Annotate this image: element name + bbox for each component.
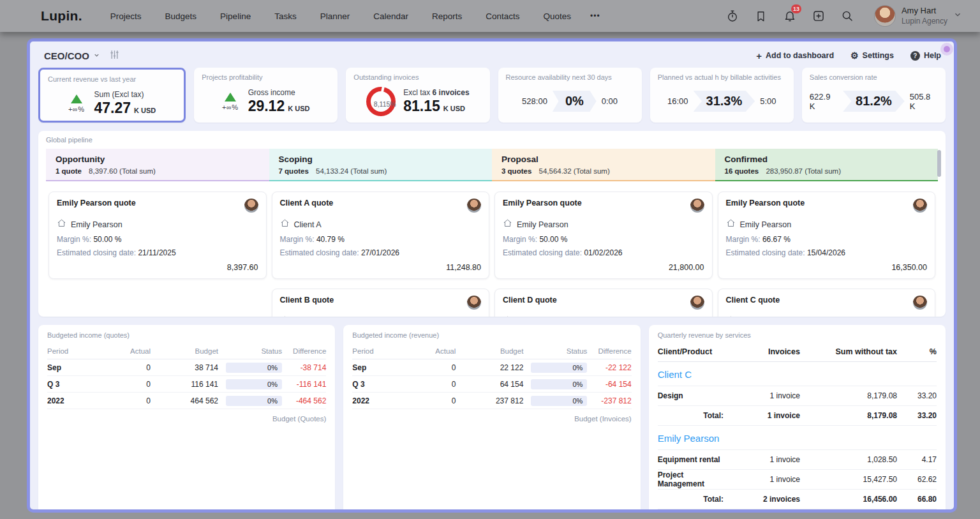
search-icon[interactable] [840, 9, 854, 23]
nav-item-pipeline[interactable]: Pipeline [220, 11, 251, 21]
stage-header-scoping[interactable]: Scoping 7 quotes 54,133.24 (Total sum) [269, 149, 493, 181]
nav-item-contacts[interactable]: Contacts [486, 11, 519, 21]
home-icon [280, 218, 290, 230]
quote-card[interactable]: Client C quote Client C [718, 289, 936, 317]
quick-add-icon[interactable] [812, 9, 826, 23]
table-header: Period Actual Budget Status Difference [352, 343, 631, 359]
dashboard-title: CEO/COO [44, 50, 89, 61]
pipeline-column-confirmed: Emily Pearson quote Emily Pearson Margin… [715, 192, 939, 317]
quote-amount: 16,350.00 [726, 263, 928, 272]
dashboard-panel: CEO/COO + Add to dashboard ⚙ Settings ? … [27, 38, 957, 513]
status-badge: 0% [531, 363, 587, 373]
user-avatar [874, 5, 896, 27]
client-link[interactable]: Client C [658, 362, 937, 386]
kpi-card-outstanding-invoices[interactable]: Outstanding invoices 8,115% Excl tax 6 i… [346, 68, 489, 123]
table-row[interactable]: Q 3 0 116 141 0% -116 141 [47, 376, 326, 393]
kpi-value: 81.15 [403, 98, 440, 115]
nav-item-projects[interactable]: Projects [110, 11, 142, 21]
nav-item-tasks[interactable]: Tasks [274, 11, 297, 21]
bookmark-icon[interactable] [754, 9, 768, 23]
avatar [913, 296, 927, 310]
client-link[interactable]: Emily Pearson [658, 426, 937, 450]
table-row[interactable]: 2022 0 464 562 0% -464 562 [47, 393, 326, 409]
kpi-value: 47.27 [94, 100, 131, 117]
kpi-card-projects-profitability[interactable]: Projects profitability +∞% Gross income … [194, 68, 338, 123]
nav-item-budgets[interactable]: Budgets [165, 11, 197, 21]
nav-item-calendar[interactable]: Calendar [373, 11, 408, 21]
pipeline-label: Global pipeline [46, 136, 938, 144]
dashboard-title-dropdown[interactable]: CEO/COO [44, 50, 100, 61]
avatar [913, 199, 927, 213]
gear-icon: ⚙ [850, 50, 859, 61]
nav-item-planner[interactable]: Planner [320, 11, 350, 21]
help-button[interactable]: ? Help [910, 51, 941, 61]
donut-chart: 8,115% [366, 87, 396, 116]
kpi-card-current-revenue[interactable]: Current revenue vs last year +∞% Sum (Ex… [38, 68, 186, 123]
question-icon: ? [910, 51, 920, 61]
stage-header-opportunity[interactable]: Opportunity 1 quote 8,397.60 (Total sum) [46, 149, 269, 181]
quote-card[interactable]: Client B quote Client B [272, 289, 490, 317]
kpi-right-value: 0:00 [602, 96, 618, 106]
home-icon [503, 315, 512, 317]
trend-up-icon [225, 93, 236, 102]
table-row[interactable]: Design 1 invoice 8,179.08 33.20 [658, 386, 937, 406]
home-icon [280, 315, 290, 317]
kpi-card-resource-availability[interactable]: Resource availability next 30 days 528:0… [498, 68, 642, 123]
quarterly-revenue-panel: Quarterly revenue by services Client/Pro… [649, 325, 946, 513]
quote-card[interactable]: Emily Pearson quote Emily Pearson Margin… [494, 192, 713, 279]
kpi-right-value: 5:00 [760, 96, 776, 106]
kpi-left-value: 16:00 [667, 96, 688, 106]
table-row[interactable]: 2022 0 237 812 0% -237 812 [352, 393, 631, 409]
global-pipeline-panel: Global pipeline Opportunity 1 quote 8,39… [38, 131, 946, 317]
pipeline-column-opportunity: Emily Pearson quote Emily Pearson Margin… [46, 192, 269, 317]
pipeline-column-scoping: Client A quote Client A Margin %: 40.79 … [269, 192, 493, 317]
pipeline-scrollbar[interactable] [937, 150, 941, 177]
filter-sliders-icon[interactable] [109, 49, 120, 62]
kpi-percent-band: 81.2% [843, 91, 905, 112]
stage-header-confirmed[interactable]: Confirmed 16 quotes 283,950.87 (Total su… [715, 149, 939, 181]
quote-amount: 21,800.00 [503, 263, 704, 272]
nav-item-reports[interactable]: Reports [432, 11, 462, 21]
table-row[interactable]: Equipment rental 1 invoice 1,028.50 4.17 [658, 450, 937, 470]
stage-header-proposal[interactable]: Proposal 3 quotes 54,564.32 (Total sum) [492, 149, 715, 181]
status-badge: 0% [531, 396, 587, 406]
notifications-bell-icon[interactable]: 13 [783, 9, 797, 23]
avatar [467, 199, 481, 213]
nav-menu: Projects Budgets Pipeline Tasks Planner … [110, 11, 571, 21]
table-row[interactable]: Sep 0 22 122 0% -22 122 [352, 359, 631, 376]
kpi-card-planned-vs-actual[interactable]: Planned vs actual h by billable activiti… [650, 68, 794, 123]
home-icon [726, 315, 736, 317]
table-row[interactable]: Project Management 1 invoice 15,427.50 6… [658, 470, 937, 490]
app-logo: Lupin. [41, 8, 82, 24]
quote-card[interactable]: Emily Pearson quote Emily Pearson Margin… [48, 192, 267, 279]
chevron-down-icon [953, 10, 962, 22]
user-name: Amy Hart [902, 6, 947, 16]
quote-card[interactable]: Client A quote Client A Margin %: 40.79 … [272, 192, 490, 279]
avatar [690, 296, 704, 310]
table-row[interactable]: Q 3 0 64 154 0% -64 154 [352, 376, 631, 393]
settings-button[interactable]: ⚙ Settings [850, 50, 894, 61]
timer-icon[interactable] [725, 9, 739, 23]
pipeline-stage-headers: Opportunity 1 quote 8,397.60 (Total sum)… [46, 149, 938, 181]
quote-card[interactable]: Emily Pearson quote Emily Pearson Margin… [718, 192, 936, 279]
quote-card[interactable]: Client D quote Client D [494, 289, 713, 317]
kpi-left-value: 528:00 [522, 96, 547, 106]
nav-item-quotes[interactable]: Quotes [544, 11, 572, 21]
kpi-percent-band: 31.3% [694, 91, 755, 112]
top-nav: Lupin. Projects Budgets Pipeline Tasks P… [0, 0, 980, 32]
avatar [690, 199, 704, 213]
user-menu[interactable]: Amy Hart Lupin Agency [874, 5, 962, 27]
nav-more-button[interactable]: ••• [590, 11, 600, 20]
notification-badge: 13 [791, 4, 801, 13]
pipeline-cards: Emily Pearson quote Emily Pearson Margin… [46, 192, 938, 317]
table-row[interactable]: Sep 0 38 714 0% -38 714 [47, 359, 326, 376]
kpi-right-value: 505.8 K [910, 92, 938, 111]
budgeted-income-revenue-panel: Budgeted income (revenue) Period Actual … [343, 325, 640, 513]
table-total-row: Total: 1 invoice 8,179.08 33.20 [658, 406, 937, 426]
kpi-card-sales-conversion[interactable]: Sales conversion rate 622.9 K 81.2% 505.… [802, 68, 946, 123]
quote-amount: 11,248.80 [280, 263, 482, 272]
kpi-value: 29.12 [248, 98, 285, 115]
budgeted-income-quotes-panel: Budgeted income (quotes) Period Actual B… [38, 325, 335, 513]
add-to-dashboard-button[interactable]: + Add to dashboard [756, 50, 834, 61]
notification-dot [944, 46, 950, 52]
